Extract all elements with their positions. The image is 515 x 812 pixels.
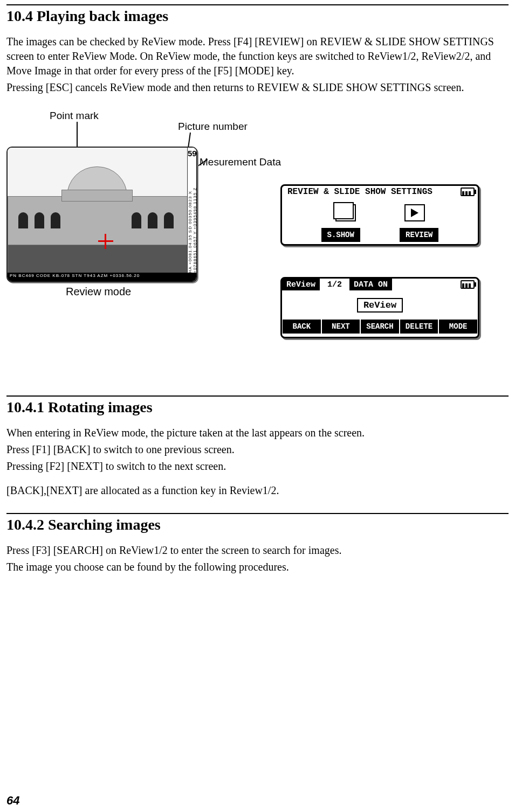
review-photo: 59 HA +0081.04.35 SD 00350.0823 X +07886… — [6, 147, 197, 282]
fkey-review[interactable]: REVIEW — [400, 228, 438, 242]
review-mode-caption: Review mode — [66, 286, 131, 298]
annotation-measurement-data: Mesurement Data — [200, 156, 281, 168]
play-icon — [404, 204, 425, 221]
fkey-mode[interactable]: MODE — [439, 320, 477, 334]
slideshow-icon — [335, 204, 356, 221]
picture-number-value: 59 — [188, 148, 196, 158]
body-text: When entering in ReView mode, the pictur… — [6, 426, 509, 440]
side-measurement-data: HA +0081.04.35 SD 00350.0823 X +0788651.… — [188, 160, 197, 273]
figure-area: Point mark Picture number Mesurement Dat… — [6, 110, 509, 395]
section-heading: 10.4.1 Rotating images — [6, 399, 509, 416]
lcd-title: REVIEW & SLIDE SHOW SETTINGS — [287, 187, 432, 197]
bottom-measurement-data: PN BC469 CODE KB-078 STN T943 AZM +0336.… — [8, 273, 196, 281]
battery-icon — [461, 188, 475, 196]
lcd-data-flag: DATA ON — [349, 279, 392, 290]
battery-icon — [461, 280, 475, 289]
body-text: Press [F3] [SEARCH] on ReView1/2 to ente… — [6, 543, 509, 558]
body-text: The image you choose can be found by the… — [6, 560, 509, 574]
lcd-settings-screen: REVIEW & SLIDE SHOW SETTINGS S.SHOW REVI… — [280, 184, 479, 246]
fkey-search[interactable]: SEARCH — [361, 320, 399, 334]
fkey-next[interactable]: NEXT — [322, 320, 360, 334]
lcd-review-screen: ReView 1/2 DATA ON ReView BACK NEXT SEAR… — [280, 277, 479, 338]
fkey-back[interactable]: BACK — [283, 320, 321, 334]
body-text: Press [F1] [BACK] to switch to one previ… — [6, 442, 509, 457]
body-text: The images can be checked by ReView mode… — [6, 34, 509, 78]
annotation-point-mark: Point mark — [50, 110, 99, 122]
fkey-delete[interactable]: DELETE — [400, 320, 438, 334]
crosshair-icon — [98, 234, 113, 249]
annotation-picture-number: Picture number — [178, 121, 248, 133]
lcd-mode: ReView — [282, 279, 320, 290]
section-heading: 10.4 Playing back images — [6, 8, 509, 25]
fkey-sshow[interactable]: S.SHOW — [321, 228, 360, 242]
body-text: [BACK],[NEXT] are allocated as a functio… — [6, 483, 509, 498]
lcd-center-label: ReView — [357, 298, 403, 313]
section-heading: 10.4.2 Searching images — [6, 516, 509, 533]
body-text: Pressing [ESC] cancels ReView mode and t… — [6, 80, 509, 95]
lcd-page: 1/2 — [320, 279, 349, 290]
body-text: Pressing [F2] [NEXT] to switch to the ne… — [6, 459, 509, 474]
